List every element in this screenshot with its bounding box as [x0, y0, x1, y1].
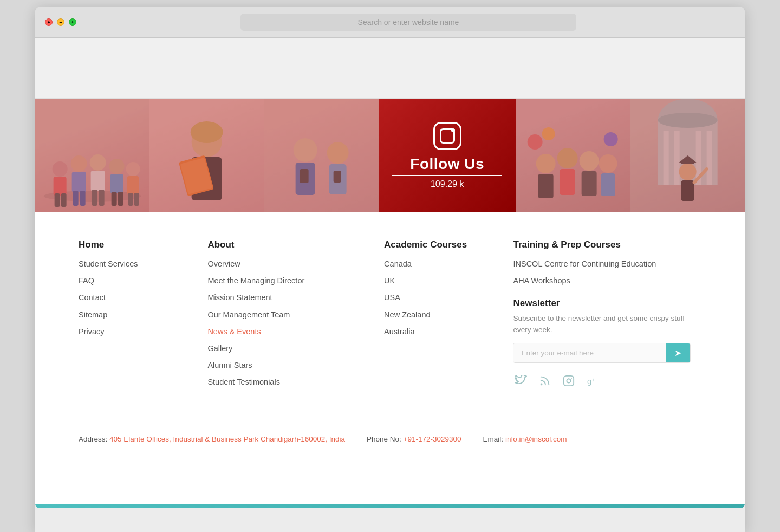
- list-item: INSCOL Centre for Continuing Education: [513, 258, 691, 270]
- new-zealand-link[interactable]: New Zealand: [384, 310, 430, 319]
- uk-link[interactable]: UK: [384, 276, 395, 285]
- footer-home-links: Student Services FAQ Contact Sitemap Pri…: [79, 258, 197, 338]
- list-item: Meet the Managing Director: [207, 275, 373, 287]
- footer-content: Home Student Services FAQ Contact Sitema…: [35, 212, 745, 426]
- list-item: Gallery: [207, 342, 373, 355]
- inscol-cce-link[interactable]: INSCOL Centre for Continuing Education: [513, 259, 656, 268]
- instagram-icon: [433, 122, 461, 150]
- newsletter-submit-button[interactable]: ➤: [666, 343, 690, 362]
- social-icons: g⁺: [513, 373, 691, 389]
- list-item: FAQ: [79, 275, 197, 287]
- faq-link[interactable]: FAQ: [79, 276, 94, 285]
- list-item: Australia: [384, 326, 502, 338]
- list-item: Mission Statement: [207, 291, 373, 304]
- email-label: Email:: [483, 435, 504, 443]
- list-item: New Zealand: [384, 309, 502, 321]
- list-item: Overview: [207, 258, 373, 270]
- footer-col-academic: Academic Courses Canada UK USA New Zeala…: [384, 239, 513, 393]
- minimize-button[interactable]: –: [57, 18, 64, 26]
- usa-link[interactable]: USA: [384, 293, 400, 302]
- footer-col-about: About Overview Meet the Managing Directo…: [207, 239, 384, 393]
- newsletter-email-input[interactable]: [514, 343, 666, 362]
- address-value[interactable]: 405 Elante Offices, Industrial & Busines…: [109, 435, 345, 443]
- list-item: Student Services: [79, 258, 197, 270]
- list-item: UK: [384, 275, 502, 287]
- list-item: Privacy: [79, 326, 197, 338]
- email-value[interactable]: info.in@inscol.com: [505, 435, 567, 443]
- student-services-link[interactable]: Student Services: [79, 259, 138, 268]
- privacy-link[interactable]: Privacy: [79, 327, 105, 336]
- list-item: Student Testimonials: [207, 376, 373, 388]
- instagram-follow-center[interactable]: Follow Us 109.29 k: [379, 99, 516, 212]
- footer-about-links: Overview Meet the Managing Director Miss…: [207, 258, 373, 389]
- googleplus-icon[interactable]: g⁺: [584, 373, 601, 389]
- svg-text:g⁺: g⁺: [587, 377, 596, 385]
- top-spacer: [35, 38, 745, 99]
- instagram-social-icon[interactable]: [561, 373, 577, 389]
- bottom-accent-bar: [35, 504, 745, 508]
- address-bar[interactable]: [240, 14, 576, 31]
- sitemap-link[interactable]: Sitemap: [79, 310, 107, 319]
- newsletter-heading: Newsletter: [513, 298, 691, 309]
- contact-link[interactable]: Contact: [79, 293, 106, 302]
- footer-columns: Home Student Services FAQ Contact Sitema…: [79, 239, 701, 393]
- page-content: Follow Us 109.29 k: [35, 38, 745, 504]
- alumni-link[interactable]: Alumni Stars: [207, 361, 252, 369]
- news-events-item list-item: News & Events: [207, 326, 373, 338]
- svg-rect-56: [564, 376, 574, 386]
- rss-icon[interactable]: [537, 373, 553, 389]
- newsletter-form: ➤: [513, 343, 691, 363]
- australia-link[interactable]: Australia: [384, 327, 414, 336]
- footer-home-heading: Home: [79, 239, 197, 250]
- browser-toolbar: ● – +: [35, 7, 745, 38]
- instagram-photo-1[interactable]: [35, 99, 150, 212]
- newsletter-description: Subscribe to the newsletter and get some…: [513, 313, 691, 335]
- twitter-icon[interactable]: [513, 373, 529, 389]
- footer-training-links: INSCOL Centre for Continuing Education A…: [513, 258, 691, 287]
- newsletter-section: Newsletter Subscribe to the newsletter a…: [513, 298, 691, 389]
- instagram-photo-2[interactable]: [150, 99, 264, 212]
- list-item: Sitemap: [79, 309, 197, 321]
- gallery-link[interactable]: Gallery: [207, 344, 232, 353]
- address-section: Address: 405 Elante Offices, Industrial …: [79, 435, 345, 443]
- overview-link[interactable]: Overview: [207, 259, 240, 268]
- svg-point-55: [541, 384, 542, 385]
- list-item: USA: [384, 291, 502, 304]
- list-item: Contact: [79, 291, 197, 304]
- traffic-lights: ● – +: [45, 18, 76, 26]
- testimonials-link[interactable]: Student Testimonials: [207, 378, 280, 386]
- maximize-button[interactable]: +: [69, 18, 76, 26]
- follow-us-count: 109.29 k: [431, 179, 464, 189]
- address-input[interactable]: [248, 18, 569, 27]
- follow-us-title: Follow Us: [410, 155, 484, 173]
- close-button[interactable]: ●: [45, 18, 53, 26]
- phone-section: Phone No: +91-172-3029300: [367, 435, 461, 443]
- list-item: AHA Workshops: [513, 275, 691, 287]
- instagram-strip: Follow Us 109.29 k: [35, 99, 745, 212]
- mission-link[interactable]: Mission Statement: [207, 293, 272, 302]
- footer-bottom: Address: 405 Elante Offices, Industrial …: [35, 426, 745, 452]
- list-item: Canada: [384, 258, 502, 270]
- news-events-link[interactable]: News & Events: [207, 327, 261, 336]
- footer-col-training: Training & Prep Courses INSCOL Centre fo…: [513, 239, 701, 393]
- email-section: Email: info.in@inscol.com: [483, 435, 567, 443]
- list-item: Alumni Stars: [207, 359, 373, 372]
- footer-about-heading: About: [207, 239, 373, 250]
- phone-value[interactable]: +91-172-3029300: [404, 435, 461, 443]
- footer-academic-heading: Academic Courses: [384, 239, 502, 250]
- address-label: Address:: [79, 435, 107, 443]
- footer-academic-links: Canada UK USA New Zealand Australia: [384, 258, 502, 338]
- aha-workshops-link[interactable]: AHA Workshops: [513, 276, 570, 285]
- instagram-photo-3[interactable]: [264, 99, 379, 212]
- footer-col-home: Home Student Services FAQ Contact Sitema…: [79, 239, 207, 393]
- instagram-photo-5[interactable]: [516, 99, 630, 212]
- send-icon: ➤: [674, 348, 681, 358]
- list-item: Our Management Team: [207, 309, 373, 321]
- instagram-photo-6[interactable]: [630, 99, 745, 212]
- canada-link[interactable]: Canada: [384, 259, 412, 268]
- follow-us-underline: [392, 175, 502, 176]
- footer-training-heading: Training & Prep Courses: [513, 239, 691, 250]
- managing-director-link[interactable]: Meet the Managing Director: [207, 276, 304, 285]
- phone-label: Phone No:: [367, 435, 401, 443]
- management-team-link[interactable]: Our Management Team: [207, 310, 290, 319]
